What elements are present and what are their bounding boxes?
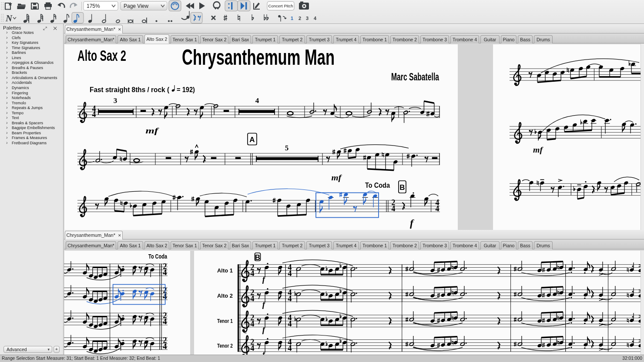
svg-text:4: 4	[163, 268, 167, 277]
svg-text:4: 4	[250, 269, 254, 278]
svg-text:Chrysanthemum Man: Chrysanthemum Man	[182, 45, 335, 70]
svg-text:B: B	[255, 253, 260, 262]
svg-text:4: 4	[250, 294, 254, 303]
svg-text:mf: mf	[533, 146, 543, 154]
svg-text:f: f	[410, 217, 414, 229]
svg-text:4: 4	[163, 317, 167, 326]
svg-text:5: 5	[285, 144, 289, 152]
svg-text:4: 4	[392, 204, 396, 213]
svg-text:Alto 1: Alto 1	[217, 267, 233, 274]
svg-text:3: 3	[306, 16, 309, 21]
svg-text:To Coda: To Coda	[365, 181, 390, 189]
svg-text:4: 4	[163, 342, 167, 351]
svg-text:1: 1	[291, 16, 293, 21]
svg-text:4: 4	[288, 294, 292, 303]
svg-text:4: 4	[250, 343, 254, 352]
svg-text:Marc Sabatella: Marc Sabatella	[391, 71, 439, 83]
svg-text:Concert Pitch: Concert Pitch	[268, 3, 293, 8]
svg-text:Alto 2: Alto 2	[217, 292, 233, 299]
svg-text:Page View: Page View	[124, 3, 148, 9]
svg-text:4: 4	[255, 96, 259, 105]
svg-text:4: 4	[288, 319, 292, 328]
svg-text:4: 4	[436, 204, 439, 213]
svg-text:4: 4	[250, 319, 254, 328]
svg-text:mf: mf	[332, 173, 342, 182]
svg-text:Tenor 1: Tenor 1	[217, 318, 233, 324]
svg-text:= 192): = 192)	[177, 86, 195, 93]
svg-text:3: 3	[114, 96, 117, 105]
svg-text:4: 4	[288, 269, 292, 278]
svg-text:B: B	[399, 183, 405, 192]
svg-text:Alto Sax 2: Alto Sax 2	[77, 47, 126, 64]
svg-text:N: N	[5, 13, 13, 23]
svg-text:2: 2	[299, 16, 301, 21]
svg-text:4: 4	[314, 16, 317, 21]
svg-text:175%: 175%	[87, 3, 100, 9]
svg-text:Fast straight 8ths / rock (: Fast straight 8ths / rock (	[90, 86, 170, 93]
svg-text:To Coda: To Coda	[148, 252, 167, 260]
svg-text:A: A	[249, 136, 255, 144]
svg-text:4: 4	[288, 343, 292, 352]
svg-text:4: 4	[92, 110, 96, 119]
svg-text:Tenor 2: Tenor 2	[217, 342, 233, 349]
svg-text:8: 8	[245, 331, 246, 335]
svg-text:mf: mf	[146, 126, 159, 135]
